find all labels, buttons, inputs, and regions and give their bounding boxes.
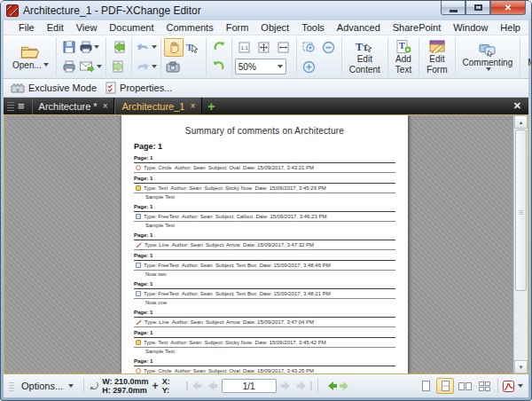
undo-button[interactable] bbox=[135, 38, 158, 57]
tab-label: Architecture_1 bbox=[121, 101, 184, 112]
exclusive-mode-label: Exclusive Mode bbox=[28, 83, 97, 93]
select-text-icon: T bbox=[186, 41, 200, 53]
comment-text: Type: FreeText Author: Sean Subject: Tex… bbox=[144, 261, 331, 270]
import-comments-button[interactable] bbox=[109, 38, 129, 57]
menu-item[interactable]: Window bbox=[447, 22, 494, 33]
print-dropdown-button[interactable] bbox=[79, 38, 100, 57]
divider bbox=[317, 379, 318, 393]
zoom-level-select[interactable]: 50% bbox=[235, 59, 286, 75]
annotation-type-icon bbox=[136, 368, 141, 373]
commenting-icon bbox=[479, 43, 497, 57]
tabbar-grip[interactable] bbox=[7, 101, 14, 111]
scrollbar-thumb[interactable] bbox=[515, 130, 527, 291]
menu-item[interactable]: View bbox=[70, 22, 104, 33]
export-comments-button[interactable] bbox=[109, 58, 129, 76]
status-bar: Options... ⤾ W: 210.0mm H: 297.0mm + X: … bbox=[4, 374, 528, 397]
comment-note: Sample Text bbox=[134, 193, 395, 201]
scroll-up-icon[interactable]: ▲ bbox=[514, 115, 528, 129]
last-page-button[interactable] bbox=[297, 381, 312, 390]
tab-close-icon[interactable]: × bbox=[190, 101, 195, 111]
app-logo-icon bbox=[6, 4, 19, 17]
tab-close-icon[interactable]: × bbox=[103, 101, 108, 111]
first-page-button[interactable] bbox=[186, 381, 201, 390]
menu-item[interactable]: Comments bbox=[160, 22, 220, 33]
print-button[interactable] bbox=[59, 58, 79, 76]
menu-item[interactable]: Help bbox=[494, 22, 527, 33]
email-button[interactable] bbox=[79, 58, 103, 76]
minimize-button[interactable] bbox=[441, 1, 466, 15]
edit-content-button[interactable]: TT Edit Content bbox=[345, 39, 385, 75]
menu-item[interactable]: Document bbox=[103, 22, 160, 33]
open-in-reader-button[interactable] bbox=[503, 381, 514, 392]
zoom-out-button[interactable] bbox=[319, 38, 339, 57]
maximize-button[interactable] bbox=[466, 1, 490, 15]
chevron-down-icon[interactable] bbox=[518, 384, 523, 388]
chevron-down-icon bbox=[94, 45, 99, 49]
page-indicator-input[interactable]: 1/1 bbox=[222, 379, 277, 393]
options-label: Options... bbox=[21, 381, 63, 391]
actual-size-button[interactable]: 1:1 bbox=[235, 38, 254, 57]
secondary-toolbar: Exclusive Mode Properties... bbox=[4, 79, 528, 98]
menu-item[interactable]: Edit bbox=[41, 22, 70, 33]
vertical-scrollbar[interactable]: ▲ ▼ bbox=[513, 115, 528, 373]
zoom-marquee-button[interactable] bbox=[300, 38, 319, 57]
hand-tool-button[interactable] bbox=[164, 38, 184, 57]
previous-page-button[interactable] bbox=[204, 381, 217, 390]
measurement-button[interactable]: Measurement bbox=[523, 43, 532, 72]
menu-item[interactable]: File bbox=[12, 22, 41, 33]
two-up-icon bbox=[458, 382, 465, 390]
add-text-button[interactable]: T Add Text bbox=[391, 39, 416, 75]
document-tab-bar: ≡ Architecture * × Architecture_1 × + ✕ bbox=[4, 98, 528, 114]
fit-width-button[interactable] bbox=[274, 38, 293, 57]
comment-text: Type: FreeText Author: Sean Subject: Cal… bbox=[144, 212, 326, 221]
previous-view-button[interactable] bbox=[324, 381, 337, 390]
doc-arrow-left-icon bbox=[113, 41, 125, 53]
document-tab[interactable]: Architecture_1 × bbox=[114, 98, 202, 114]
close-document-icon[interactable]: ✕ bbox=[510, 100, 525, 112]
document-tab[interactable]: Architecture * × bbox=[32, 98, 115, 114]
rotate-cw-button[interactable] bbox=[209, 58, 229, 76]
menu-item[interactable]: SharePoint bbox=[387, 22, 447, 33]
document-viewport[interactable]: Summary of comments on Architecture Page… bbox=[4, 114, 528, 374]
tab-list-icon[interactable]: ≡ bbox=[18, 100, 25, 112]
rotate-ccw-button[interactable] bbox=[209, 38, 229, 57]
edit-form-button[interactable]: Edit Form bbox=[422, 39, 451, 75]
comment-row: Type: Line Author: Sean Subject: Arrow D… bbox=[134, 318, 395, 327]
menu-item[interactable]: Advanced bbox=[331, 22, 387, 33]
cursor-x-label: X: bbox=[162, 377, 170, 386]
select-text-button[interactable]: T bbox=[184, 38, 203, 57]
zoom-in-button[interactable] bbox=[300, 58, 319, 76]
pdf-page: Summary of comments on Architecture Page… bbox=[121, 115, 408, 373]
save-button[interactable] bbox=[59, 38, 79, 57]
options-button[interactable]: Options... bbox=[18, 379, 77, 393]
zoom-out-icon bbox=[322, 41, 335, 54]
menu-item[interactable]: Object bbox=[254, 22, 295, 33]
next-view-button[interactable] bbox=[340, 381, 353, 390]
layout-two-up-button[interactable] bbox=[456, 378, 473, 394]
layout-grid-button[interactable] bbox=[475, 378, 493, 394]
title-bar[interactable]: Architecture_1 - PDF-XChange Editor ✕ bbox=[1, 1, 531, 20]
properties-button[interactable]: Properties... bbox=[106, 82, 172, 94]
section-page-label: Page: 1 bbox=[134, 154, 395, 163]
fit-page-button[interactable] bbox=[254, 38, 274, 57]
scroll-down-icon[interactable]: ▼ bbox=[514, 360, 528, 373]
close-button[interactable]: ✕ bbox=[490, 1, 526, 15]
comment-text: Type: Text Author: Sean Subject: Sticky … bbox=[144, 184, 326, 193]
menu-item[interactable]: Tools bbox=[295, 22, 331, 33]
chevron-down-icon bbox=[68, 384, 74, 388]
open-button[interactable]: Open... bbox=[8, 43, 53, 71]
commenting-button[interactable]: Commenting bbox=[458, 43, 518, 72]
layout-single-button[interactable] bbox=[417, 378, 434, 394]
actual-size-icon: 1:1 bbox=[239, 42, 250, 53]
page-height-value: H: 297.0mm bbox=[102, 386, 148, 395]
continuous-page-icon bbox=[442, 381, 450, 391]
redo-button[interactable] bbox=[135, 58, 158, 76]
menu-item[interactable]: Form bbox=[220, 22, 255, 33]
snapshot-button[interactable] bbox=[164, 58, 184, 76]
layout-continuous-button[interactable] bbox=[436, 378, 454, 394]
next-page-button[interactable] bbox=[281, 381, 294, 390]
new-tab-button[interactable]: + bbox=[207, 101, 215, 112]
exclusive-mode-button[interactable]: Exclusive Mode bbox=[11, 83, 97, 93]
comment-note: Note two bbox=[134, 271, 395, 279]
comment-text: Type: Line Author: Sean Subject: Arrow D… bbox=[145, 240, 314, 249]
